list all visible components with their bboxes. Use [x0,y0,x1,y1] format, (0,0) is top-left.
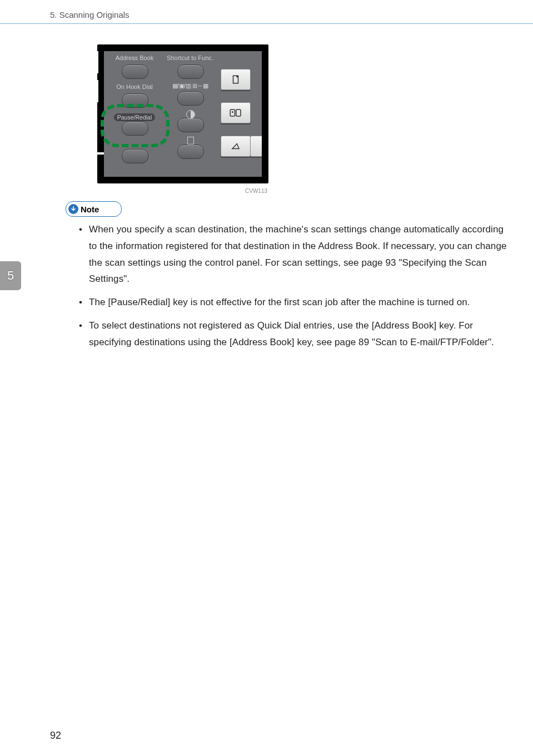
chapter-tab: 5 [0,261,21,290]
label-address-book: Address Book [104,54,165,61]
button-id-copy-mode[interactable] [221,102,251,123]
label-on-hook-dial: On Hook Dial [104,83,165,90]
note-tag: Note [66,201,122,217]
button-image-quality[interactable] [177,91,204,106]
button-density[interactable] [177,118,204,132]
scanner-icon [231,141,241,151]
note-item: When you specify a scan destination, the… [77,221,514,287]
button-shortcut-func[interactable] [177,64,204,79]
button-scan-mode[interactable] [221,136,251,157]
note-arrow-icon [68,204,78,214]
pause-redial-highlight-icon [101,104,170,147]
svg-rect-3 [236,110,241,116]
copy-page-icon [231,74,241,84]
note-item: The [Pause/Redial] key is not effective … [77,294,514,311]
note-item: To select destinations not registered as… [77,317,514,351]
label-shortcut-func: Shortcut to Func. [165,54,215,61]
button-right-edge[interactable] [250,136,262,157]
note-body: When you specify a scan destination, the… [77,221,514,357]
density-icon [186,110,195,119]
page-number: 92 [50,730,61,742]
image-quality-icons: ▦/▣/▥ ⊞↔▦ [165,82,215,89]
note-label: Note [81,205,99,214]
button-address-book[interactable] [122,64,148,79]
id-card-copy-icon [229,108,242,118]
control-panel-figure: Address Book On Hook Dial Pause/Redial [97,44,268,183]
page: 5. Scanning Originals 5 Address Book On … [0,0,533,756]
button-copy-mode[interactable] [221,69,251,90]
header-rule [0,23,533,24]
button-original-setting[interactable] [177,145,204,159]
svg-rect-1 [237,76,238,77]
svg-point-4 [232,111,233,113]
original-setting-icon [187,137,194,145]
running-head: 5. Scanning Originals [50,10,129,19]
figure-id: CVW113 [245,188,267,194]
button-shift[interactable] [122,149,148,163]
